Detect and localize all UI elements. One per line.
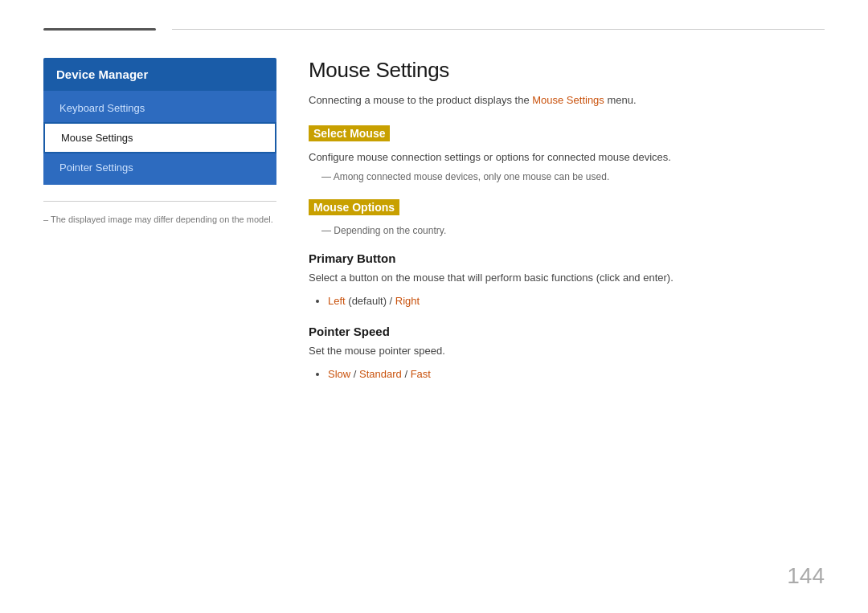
intro-highlight: Mouse Settings <box>532 94 604 106</box>
pointer-speed-fast-link[interactable]: Fast <box>411 368 431 380</box>
select-mouse-heading: Select Mouse <box>309 125 390 141</box>
content-area: Mouse Settings Connecting a mouse to the… <box>309 58 825 398</box>
top-bar <box>0 0 868 58</box>
sidebar-item-keyboard-settings[interactable]: Keyboard Settings <box>43 94 276 122</box>
select-mouse-section: Select Mouse Configure mouse connection … <box>309 125 825 185</box>
sidebar-footer: – The displayed image may differ dependi… <box>43 201 276 224</box>
primary-button-list-item: Left (default) / Right <box>328 292 825 310</box>
intro-text-prefix: Connecting a mouse to the product displa… <box>309 94 532 106</box>
mouse-options-heading: Mouse Options <box>309 199 399 215</box>
primary-button-subsection: Primary Button Select a button on the mo… <box>309 251 825 310</box>
sidebar-item-mouse-settings[interactable]: Mouse Settings <box>43 122 276 153</box>
primary-button-title: Primary Button <box>309 251 825 265</box>
page-number: 144 <box>787 563 825 589</box>
intro-paragraph: Connecting a mouse to the product displa… <box>309 92 825 109</box>
pointer-speed-slow-link[interactable]: Slow <box>328 368 350 380</box>
primary-button-left-link[interactable]: Left <box>328 295 346 307</box>
pointer-speed-sep2: / <box>402 368 411 380</box>
mouse-options-note: Depending on the country. <box>321 223 825 239</box>
pointer-speed-list: Slow / Standard / Fast <box>309 365 825 383</box>
primary-button-right-link[interactable]: Right <box>395 295 420 307</box>
page-title: Mouse Settings <box>309 58 825 83</box>
main-layout: Device Manager Keyboard Settings Mouse S… <box>0 58 868 398</box>
sidebar-footer-note: – The displayed image may differ dependi… <box>43 215 276 224</box>
sidebar-nav: Keyboard Settings Mouse Settings Pointer… <box>43 91 276 185</box>
primary-button-list: Left (default) / Right <box>309 292 825 310</box>
pointer-speed-title: Pointer Speed <box>309 325 825 338</box>
pointer-speed-list-item: Slow / Standard / Fast <box>328 365 825 383</box>
sidebar-item-pointer-settings[interactable]: Pointer Settings <box>43 153 276 182</box>
sidebar: Device Manager Keyboard Settings Mouse S… <box>43 58 276 398</box>
sidebar-header: Device Manager <box>43 58 276 91</box>
mouse-options-section: Mouse Options Depending on the country. … <box>309 199 825 384</box>
select-mouse-desc: Configure mouse connection settings or o… <box>309 149 825 166</box>
intro-text-suffix: menu. <box>604 94 637 106</box>
primary-button-desc: Select a button on the mouse that will p… <box>309 270 825 287</box>
pointer-speed-sep1: / <box>350 368 359 380</box>
pointer-speed-desc: Set the mouse pointer speed. <box>309 343 825 360</box>
pointer-speed-standard-link[interactable]: Standard <box>359 368 402 380</box>
select-mouse-note: Among connected mouse devices, only one … <box>321 170 825 185</box>
pointer-speed-subsection: Pointer Speed Set the mouse pointer spee… <box>309 325 825 383</box>
primary-button-default-text: (default) / <box>346 295 395 307</box>
top-bar-accent-line <box>43 28 156 31</box>
top-bar-divider <box>172 29 825 30</box>
